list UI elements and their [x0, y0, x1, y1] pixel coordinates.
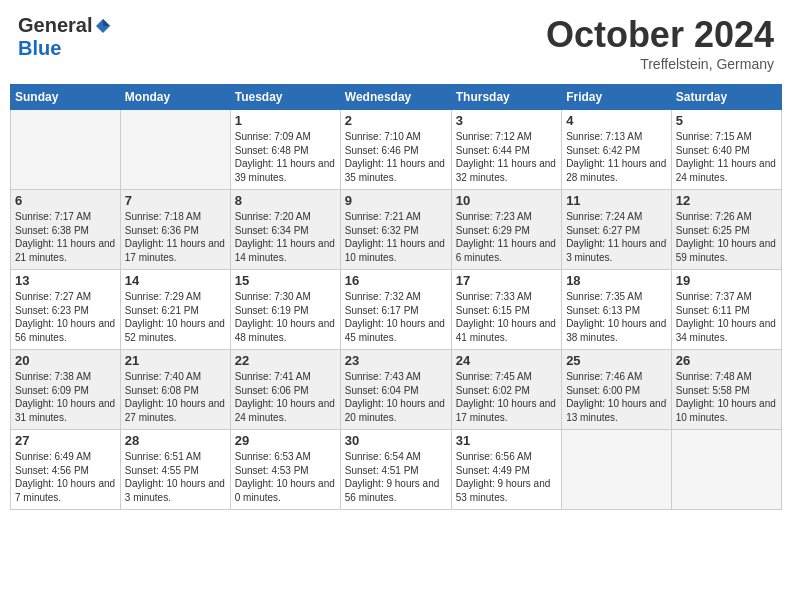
- day-number: 7: [125, 193, 226, 208]
- day-info: Sunrise: 7:48 AM Sunset: 5:58 PM Dayligh…: [676, 370, 777, 424]
- day-number: 12: [676, 193, 777, 208]
- day-info: Sunrise: 6:51 AM Sunset: 4:55 PM Dayligh…: [125, 450, 226, 504]
- table-row: 2Sunrise: 7:10 AM Sunset: 6:46 PM Daylig…: [340, 110, 451, 190]
- table-row: 16Sunrise: 7:32 AM Sunset: 6:17 PM Dayli…: [340, 270, 451, 350]
- day-info: Sunrise: 7:10 AM Sunset: 6:46 PM Dayligh…: [345, 130, 447, 184]
- table-row: 22Sunrise: 7:41 AM Sunset: 6:06 PM Dayli…: [230, 350, 340, 430]
- day-info: Sunrise: 6:54 AM Sunset: 4:51 PM Dayligh…: [345, 450, 447, 504]
- day-info: Sunrise: 7:23 AM Sunset: 6:29 PM Dayligh…: [456, 210, 557, 264]
- day-number: 31: [456, 433, 557, 448]
- table-row: 20Sunrise: 7:38 AM Sunset: 6:09 PM Dayli…: [11, 350, 121, 430]
- table-row: 3Sunrise: 7:12 AM Sunset: 6:44 PM Daylig…: [451, 110, 561, 190]
- table-row: 28Sunrise: 6:51 AM Sunset: 4:55 PM Dayli…: [120, 430, 230, 510]
- title-month: October 2024: [546, 14, 774, 56]
- day-number: 3: [456, 113, 557, 128]
- day-number: 6: [15, 193, 116, 208]
- calendar-week-row: 27Sunrise: 6:49 AM Sunset: 4:56 PM Dayli…: [11, 430, 782, 510]
- day-number: 28: [125, 433, 226, 448]
- day-number: 10: [456, 193, 557, 208]
- logo-blue: Blue: [18, 37, 61, 60]
- day-info: Sunrise: 7:12 AM Sunset: 6:44 PM Dayligh…: [456, 130, 557, 184]
- table-row: 10Sunrise: 7:23 AM Sunset: 6:29 PM Dayli…: [451, 190, 561, 270]
- table-row: 23Sunrise: 7:43 AM Sunset: 6:04 PM Dayli…: [340, 350, 451, 430]
- table-row: [671, 430, 781, 510]
- day-number: 21: [125, 353, 226, 368]
- table-row: 4Sunrise: 7:13 AM Sunset: 6:42 PM Daylig…: [562, 110, 672, 190]
- table-row: 12Sunrise: 7:26 AM Sunset: 6:25 PM Dayli…: [671, 190, 781, 270]
- day-info: Sunrise: 7:18 AM Sunset: 6:36 PM Dayligh…: [125, 210, 226, 264]
- table-row: 6Sunrise: 7:17 AM Sunset: 6:38 PM Daylig…: [11, 190, 121, 270]
- table-row: 18Sunrise: 7:35 AM Sunset: 6:13 PM Dayli…: [562, 270, 672, 350]
- calendar-table: Sunday Monday Tuesday Wednesday Thursday…: [10, 84, 782, 510]
- calendar-week-row: 20Sunrise: 7:38 AM Sunset: 6:09 PM Dayli…: [11, 350, 782, 430]
- day-number: 4: [566, 113, 667, 128]
- day-number: 20: [15, 353, 116, 368]
- table-row: 30Sunrise: 6:54 AM Sunset: 4:51 PM Dayli…: [340, 430, 451, 510]
- table-row: 19Sunrise: 7:37 AM Sunset: 6:11 PM Dayli…: [671, 270, 781, 350]
- day-info: Sunrise: 7:38 AM Sunset: 6:09 PM Dayligh…: [15, 370, 116, 424]
- table-row: 21Sunrise: 7:40 AM Sunset: 6:08 PM Dayli…: [120, 350, 230, 430]
- header-saturday: Saturday: [671, 85, 781, 110]
- day-info: Sunrise: 7:21 AM Sunset: 6:32 PM Dayligh…: [345, 210, 447, 264]
- table-row: 8Sunrise: 7:20 AM Sunset: 6:34 PM Daylig…: [230, 190, 340, 270]
- table-row: 11Sunrise: 7:24 AM Sunset: 6:27 PM Dayli…: [562, 190, 672, 270]
- logo-icon: [94, 17, 112, 35]
- table-row: 17Sunrise: 7:33 AM Sunset: 6:15 PM Dayli…: [451, 270, 561, 350]
- table-row: 27Sunrise: 6:49 AM Sunset: 4:56 PM Dayli…: [11, 430, 121, 510]
- day-number: 22: [235, 353, 336, 368]
- logo: General Blue: [18, 14, 112, 60]
- day-number: 24: [456, 353, 557, 368]
- table-row: 15Sunrise: 7:30 AM Sunset: 6:19 PM Dayli…: [230, 270, 340, 350]
- day-info: Sunrise: 7:40 AM Sunset: 6:08 PM Dayligh…: [125, 370, 226, 424]
- day-number: 25: [566, 353, 667, 368]
- day-number: 8: [235, 193, 336, 208]
- calendar-week-row: 1Sunrise: 7:09 AM Sunset: 6:48 PM Daylig…: [11, 110, 782, 190]
- day-info: Sunrise: 7:30 AM Sunset: 6:19 PM Dayligh…: [235, 290, 336, 344]
- day-number: 23: [345, 353, 447, 368]
- day-number: 1: [235, 113, 336, 128]
- title-block: October 2024 Treffelstein, Germany: [546, 14, 774, 72]
- day-number: 18: [566, 273, 667, 288]
- day-info: Sunrise: 7:09 AM Sunset: 6:48 PM Dayligh…: [235, 130, 336, 184]
- day-number: 27: [15, 433, 116, 448]
- title-location: Treffelstein, Germany: [546, 56, 774, 72]
- logo-general: General: [18, 14, 92, 37]
- header-monday: Monday: [120, 85, 230, 110]
- day-number: 26: [676, 353, 777, 368]
- day-info: Sunrise: 7:24 AM Sunset: 6:27 PM Dayligh…: [566, 210, 667, 264]
- table-row: 14Sunrise: 7:29 AM Sunset: 6:21 PM Dayli…: [120, 270, 230, 350]
- header-sunday: Sunday: [11, 85, 121, 110]
- day-number: 11: [566, 193, 667, 208]
- day-number: 15: [235, 273, 336, 288]
- table-row: 26Sunrise: 7:48 AM Sunset: 5:58 PM Dayli…: [671, 350, 781, 430]
- day-number: 14: [125, 273, 226, 288]
- day-info: Sunrise: 7:29 AM Sunset: 6:21 PM Dayligh…: [125, 290, 226, 344]
- day-info: Sunrise: 6:56 AM Sunset: 4:49 PM Dayligh…: [456, 450, 557, 504]
- table-row: [562, 430, 672, 510]
- table-row: 29Sunrise: 6:53 AM Sunset: 4:53 PM Dayli…: [230, 430, 340, 510]
- day-info: Sunrise: 7:33 AM Sunset: 6:15 PM Dayligh…: [456, 290, 557, 344]
- table-row: [120, 110, 230, 190]
- table-row: 7Sunrise: 7:18 AM Sunset: 6:36 PM Daylig…: [120, 190, 230, 270]
- day-number: 30: [345, 433, 447, 448]
- table-row: 13Sunrise: 7:27 AM Sunset: 6:23 PM Dayli…: [11, 270, 121, 350]
- calendar-week-row: 6Sunrise: 7:17 AM Sunset: 6:38 PM Daylig…: [11, 190, 782, 270]
- table-row: 5Sunrise: 7:15 AM Sunset: 6:40 PM Daylig…: [671, 110, 781, 190]
- day-number: 9: [345, 193, 447, 208]
- day-info: Sunrise: 7:43 AM Sunset: 6:04 PM Dayligh…: [345, 370, 447, 424]
- day-info: Sunrise: 7:45 AM Sunset: 6:02 PM Dayligh…: [456, 370, 557, 424]
- day-info: Sunrise: 7:26 AM Sunset: 6:25 PM Dayligh…: [676, 210, 777, 264]
- day-number: 16: [345, 273, 447, 288]
- day-info: Sunrise: 7:46 AM Sunset: 6:00 PM Dayligh…: [566, 370, 667, 424]
- day-number: 19: [676, 273, 777, 288]
- day-number: 2: [345, 113, 447, 128]
- header-thursday: Thursday: [451, 85, 561, 110]
- table-row: 1Sunrise: 7:09 AM Sunset: 6:48 PM Daylig…: [230, 110, 340, 190]
- day-info: Sunrise: 7:41 AM Sunset: 6:06 PM Dayligh…: [235, 370, 336, 424]
- day-number: 13: [15, 273, 116, 288]
- calendar-week-row: 13Sunrise: 7:27 AM Sunset: 6:23 PM Dayli…: [11, 270, 782, 350]
- table-row: 31Sunrise: 6:56 AM Sunset: 4:49 PM Dayli…: [451, 430, 561, 510]
- header-tuesday: Tuesday: [230, 85, 340, 110]
- day-number: 5: [676, 113, 777, 128]
- table-row: 25Sunrise: 7:46 AM Sunset: 6:00 PM Dayli…: [562, 350, 672, 430]
